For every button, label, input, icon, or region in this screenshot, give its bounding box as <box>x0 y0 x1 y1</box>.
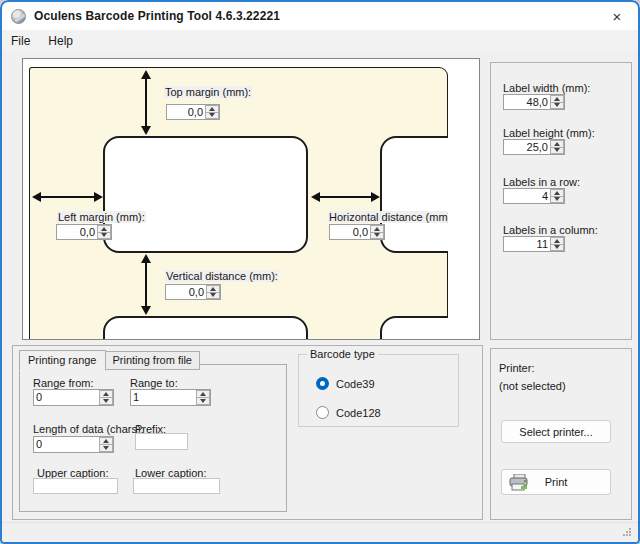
radio-code39[interactable]: Code39 <box>316 377 375 390</box>
vertical-distance-value: 0,0 <box>166 285 206 299</box>
spin-up-button[interactable] <box>206 285 220 293</box>
spin-up-button[interactable] <box>550 189 564 197</box>
printer-panel: Printer: (not selected) Select printer..… <box>490 348 632 520</box>
label-preview-1 <box>103 136 308 253</box>
menu-help[interactable]: Help <box>39 32 82 50</box>
spin-down-button[interactable] <box>206 293 220 300</box>
horizontal-distance-value: 0,0 <box>330 225 370 239</box>
chevron-down-icon <box>101 233 107 237</box>
lower-caption-input[interactable] <box>133 478 220 494</box>
spin-down-button[interactable] <box>550 148 564 155</box>
labels-in-row-label: Labels in a row: <box>503 176 580 188</box>
spin-down-button[interactable] <box>99 445 113 452</box>
range-from-label: Range from: <box>33 377 94 389</box>
spin-down-button[interactable] <box>550 103 564 110</box>
spin-up-button[interactable] <box>99 437 113 445</box>
chevron-up-icon <box>103 392 109 396</box>
spin-up-button[interactable] <box>550 140 564 148</box>
radio-unselected-icon <box>316 406 329 419</box>
data-length-value: 0 <box>34 437 99 452</box>
status-bar <box>2 522 638 541</box>
spin-up-button[interactable] <box>370 225 384 233</box>
radio-code39-label: Code39 <box>336 378 375 390</box>
label-height-input[interactable]: 25,0 <box>503 139 565 155</box>
label-width-input[interactable]: 48,0 <box>503 94 565 110</box>
close-icon[interactable]: × <box>602 4 632 28</box>
range-to-value: 1 <box>131 390 196 405</box>
spin-up-button[interactable] <box>550 95 564 103</box>
tab-printing-from-file[interactable]: Printing from file <box>106 351 200 370</box>
spin-down-button[interactable] <box>99 398 113 405</box>
spin-up-button[interactable] <box>205 105 219 113</box>
vertical-distance-input[interactable]: 0,0 <box>165 284 221 300</box>
app-icon <box>11 9 26 24</box>
labels-in-row-value: 4 <box>504 189 550 203</box>
spin-up-button[interactable] <box>99 390 113 398</box>
printer-icon <box>509 474 530 492</box>
resize-grip-icon[interactable] <box>622 527 632 537</box>
labels-in-column-label: Labels in a column: <box>503 224 598 236</box>
chevron-down-icon <box>209 113 215 117</box>
label-settings-panel: Label width (mm): 48,0 Label height (mm)… <box>490 62 632 340</box>
spin-down-button[interactable] <box>550 197 564 204</box>
labels-in-column-input[interactable]: 11 <box>503 236 565 252</box>
print-label: Print <box>545 476 568 488</box>
label-preview-4 <box>380 316 448 340</box>
chevron-down-icon <box>554 148 560 152</box>
label-preview-3 <box>103 316 308 340</box>
labels-in-row-input[interactable]: 4 <box>503 188 565 204</box>
spin-down-button[interactable] <box>205 113 219 120</box>
range-to-input[interactable]: 1 <box>130 389 211 406</box>
spin-down-button[interactable] <box>550 245 564 252</box>
printing-range-tabpage: Range from: 0 Range to: 1 Length of data… <box>19 364 287 512</box>
vertical-distance-label: Vertical distance (mm): <box>165 270 279 282</box>
range-from-input[interactable]: 0 <box>33 389 114 406</box>
printing-panel: Printing range Printing from file Range … <box>12 345 483 520</box>
top-margin-label: Top margin (mm): <box>164 86 252 98</box>
chevron-up-icon <box>554 239 560 243</box>
upper-caption-input[interactable] <box>33 478 118 494</box>
chevron-up-icon <box>374 227 380 231</box>
tab-strip: Printing range Printing from file <box>19 349 200 370</box>
left-margin-input[interactable]: 0,0 <box>56 224 112 240</box>
range-to-label: Range to: <box>130 377 178 389</box>
chevron-up-icon <box>554 97 560 101</box>
menu-bar: File Help <box>2 30 638 51</box>
spin-down-button[interactable] <box>196 398 210 405</box>
select-printer-button[interactable]: Select printer... <box>501 420 611 443</box>
labels-in-column-value: 11 <box>504 237 550 251</box>
top-margin-value: 0,0 <box>167 105 205 119</box>
menu-file[interactable]: File <box>2 32 39 50</box>
radio-code128-label: Code128 <box>336 407 381 419</box>
label-width-label: Label width (mm): <box>503 82 590 94</box>
chevron-down-icon <box>554 245 560 249</box>
spin-up-button[interactable] <box>196 390 210 398</box>
layout-canvas: Top margin (mm): 0,0 Left margin (mm): 0… <box>22 58 480 340</box>
horizontal-distance-label: Horizontal distance (mm): <box>328 211 448 223</box>
chevron-up-icon <box>103 439 109 443</box>
barcode-type-title: Barcode type <box>307 348 378 360</box>
spin-up-button[interactable] <box>97 225 111 233</box>
prefix-input[interactable] <box>135 433 188 450</box>
chevron-up-icon <box>554 191 560 195</box>
chevron-up-icon <box>101 227 107 231</box>
radio-code128[interactable]: Code128 <box>316 406 381 419</box>
spin-down-button[interactable] <box>97 233 111 240</box>
app-window: Oculens Barcode Printing Tool 4.6.3.2222… <box>0 0 640 544</box>
chevron-down-icon <box>103 446 109 450</box>
data-length-label: Length of data (chars): <box>33 423 144 435</box>
spin-down-button[interactable] <box>370 233 384 240</box>
top-margin-arrow <box>141 70 151 135</box>
tab-printing-range[interactable]: Printing range <box>19 350 106 371</box>
print-button[interactable]: Print <box>501 469 611 495</box>
data-length-input[interactable]: 0 <box>33 436 114 453</box>
title-bar: Oculens Barcode Printing Tool 4.6.3.2222… <box>2 2 638 30</box>
select-printer-label: Select printer... <box>519 426 592 438</box>
radio-selected-icon <box>316 377 329 390</box>
chevron-down-icon <box>200 399 206 403</box>
left-margin-value: 0,0 <box>57 225 97 239</box>
horizontal-distance-input[interactable]: 0,0 <box>329 224 385 240</box>
label-preview-2 <box>380 136 448 253</box>
spin-up-button[interactable] <box>550 237 564 245</box>
top-margin-input[interactable]: 0,0 <box>166 104 220 120</box>
